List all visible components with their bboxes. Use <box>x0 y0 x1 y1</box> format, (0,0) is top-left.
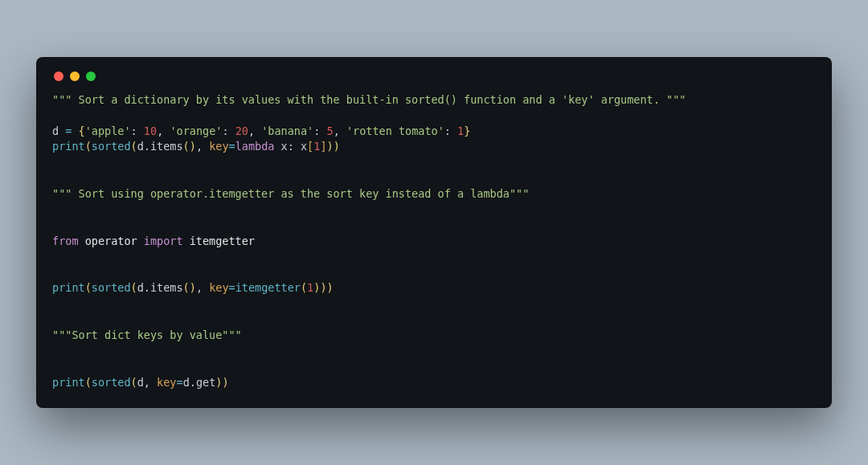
val-5: 5 <box>327 124 334 137</box>
docstring-2-open: """ <box>52 187 79 200</box>
fn-itemgetter: itemgetter <box>235 281 301 294</box>
key-orange: 'orange' <box>170 124 222 137</box>
rparen: ) <box>190 140 196 153</box>
brace-open: { <box>79 124 85 137</box>
equals-op: = <box>229 140 235 153</box>
docstring-3-body: Sort dict keys by value <box>72 328 222 341</box>
val-10: 10 <box>144 124 157 137</box>
close-icon[interactable] <box>54 71 63 81</box>
rparen: ) <box>327 140 334 153</box>
comma: , <box>144 376 157 389</box>
lparen: ( <box>183 140 190 153</box>
kwarg-key: key <box>209 140 228 153</box>
fn-print: print <box>52 281 85 294</box>
lparen: ( <box>131 140 137 153</box>
fn-sorted: sorted <box>92 140 131 153</box>
rparen: ) <box>320 281 326 294</box>
docstring-3-open: """ <box>52 328 72 341</box>
key-apple: 'apple' <box>85 124 131 137</box>
colon: : <box>444 124 457 137</box>
docstring-1-close: """ <box>660 93 686 106</box>
kw-from: from <box>52 235 79 247</box>
window-titlebar <box>52 71 816 92</box>
lparen: ( <box>85 376 92 389</box>
docstring-3-close: """ <box>222 328 241 341</box>
bracket-close: ] <box>320 140 326 153</box>
comma: , <box>248 124 261 137</box>
kwarg-key: key <box>157 376 176 389</box>
zoom-icon[interactable] <box>86 71 96 81</box>
minimize-icon[interactable] <box>70 71 80 81</box>
d-get: d.get <box>183 376 216 389</box>
d-items: d.items <box>137 281 183 294</box>
fn-sorted: sorted <box>92 376 131 389</box>
kwarg-key: key <box>209 281 228 294</box>
rparen: ) <box>327 281 334 294</box>
rparen: ) <box>190 281 196 294</box>
rparen: ) <box>334 140 340 153</box>
kw-lambda: lambda <box>235 140 275 153</box>
brace-close: } <box>464 124 470 137</box>
fn-sorted: sorted <box>92 281 131 294</box>
lparen: ( <box>183 281 190 294</box>
comma: , <box>334 124 346 137</box>
ident-d: d <box>137 376 144 389</box>
comma: , <box>196 281 209 294</box>
ident-d: d <box>52 124 65 137</box>
docstring-2-body: Sort using operator.itemgetter as the so… <box>79 187 510 200</box>
colon: : <box>222 124 235 137</box>
comma: , <box>196 140 209 153</box>
docstring-2-close: """ <box>510 187 529 200</box>
code-window: """ Sort a dictionary by its values with… <box>36 57 832 409</box>
lparen: ( <box>131 376 137 389</box>
kw-import: import <box>144 235 183 247</box>
comma: , <box>157 124 170 137</box>
lambda-body: x: x <box>274 140 307 153</box>
colon: : <box>131 124 144 137</box>
fn-print: print <box>52 140 85 153</box>
key-tomato: 'rotten tomato' <box>346 124 444 137</box>
ident-itemgetter: itemgetter <box>183 235 255 247</box>
key-banana: 'banana' <box>261 124 313 137</box>
lparen: ( <box>85 281 92 294</box>
docstring-1-body: Sort a dictionary by its values with the… <box>79 93 660 106</box>
rparen: ) <box>222 376 228 389</box>
val-20: 20 <box>235 124 248 137</box>
code-block: """ Sort a dictionary by its values with… <box>52 92 816 391</box>
equals-op: = <box>177 376 183 389</box>
space <box>72 124 78 137</box>
lparen: ( <box>85 140 92 153</box>
lparen: ( <box>301 281 307 294</box>
d-items: d.items <box>137 140 183 153</box>
mod-operator: operator <box>79 235 144 247</box>
equals-op: = <box>229 281 235 294</box>
lparen: ( <box>131 281 137 294</box>
docstring-1-open: """ <box>52 93 79 106</box>
fn-print: print <box>52 376 85 389</box>
colon: : <box>313 124 326 137</box>
